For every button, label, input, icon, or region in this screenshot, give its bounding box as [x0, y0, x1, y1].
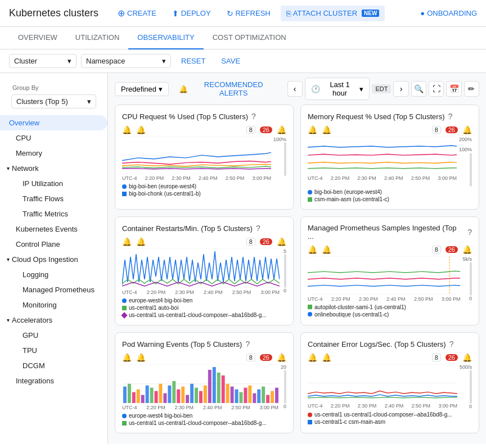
sidebar-section-network[interactable]: ▾ Network: [0, 161, 107, 176]
sidebar-section-accelerators[interactable]: ▾ Accelerators: [0, 313, 107, 328]
bell-icon: 🔔: [136, 125, 146, 134]
sidebar-item-ip-utilization[interactable]: IP Utilization: [0, 176, 107, 191]
svg-rect-20: [141, 395, 145, 404]
svg-rect-36: [213, 367, 216, 404]
clock-icon: 🕐: [311, 85, 320, 93]
chart-managed-prometheus: Managed Prometheus Samples Ingested (Top…: [300, 216, 479, 325]
time-range-button[interactable]: 🕐 Last 1 hour ▾: [305, 78, 370, 100]
svg-rect-18: [132, 392, 136, 404]
help-icon[interactable]: ?: [448, 112, 452, 121]
tab-cost-optimization[interactable]: COST OPTIMIZATION: [204, 27, 295, 49]
tabs-bar: OVERVIEW UTILIZATION OBSERVABILITY COST …: [0, 27, 486, 49]
edit-button[interactable]: ✏: [464, 81, 479, 97]
bell-icon: 🔔: [122, 237, 132, 246]
expand-button[interactable]: ⛶: [429, 81, 444, 97]
sidebar-item-overview[interactable]: Overview: [0, 115, 107, 130]
svg-rect-22: [150, 388, 154, 404]
svg-rect-45: [253, 393, 256, 404]
calendar-button[interactable]: 📅: [446, 81, 461, 97]
sidebar-item-memory[interactable]: Memory: [0, 146, 107, 161]
svg-rect-27: [172, 381, 176, 404]
chart-scrollbar[interactable]: [284, 254, 286, 288]
help-icon[interactable]: ?: [251, 112, 256, 121]
chart-scrollbar[interactable]: [470, 370, 472, 404]
help-icon[interactable]: ?: [245, 340, 250, 349]
sidebar-item-managed-prometheus[interactable]: Managed Prometheus: [0, 282, 107, 297]
sidebar-item-cpu[interactable]: CPU: [0, 130, 107, 146]
reset-button[interactable]: RESET: [176, 55, 211, 67]
sidebar-section-cloud-ops[interactable]: ▾ Cloud Ops Ingestion: [0, 252, 107, 267]
svg-rect-32: [195, 388, 198, 404]
cluster-select[interactable]: Cluster ▾: [9, 54, 76, 68]
svg-rect-47: [262, 387, 265, 404]
sidebar-item-dcgm[interactable]: DCGM: [0, 358, 107, 373]
chart-scrollbar[interactable]: [470, 153, 472, 187]
chart-svg: [308, 256, 460, 295]
help-icon[interactable]: ?: [467, 228, 472, 237]
bell-icon: 🔔: [277, 237, 286, 246]
chart-title-text: Memory Request % Used (Top 5 Clusters): [308, 112, 444, 121]
svg-rect-46: [257, 390, 260, 404]
prev-time-button[interactable]: ‹: [287, 81, 303, 97]
sidebar-item-logging[interactable]: Logging: [0, 267, 107, 282]
alert-markers: 🔔 🔔 8 26 🔔: [122, 353, 286, 362]
next-time-button[interactable]: ›: [393, 81, 408, 97]
deploy-button[interactable]: ⬆ DEPLOY: [166, 6, 217, 21]
namespace-select[interactable]: Namespace ▾: [81, 54, 171, 68]
legend-color: [122, 184, 127, 189]
alert-markers: 🔔 🔔 8 26 🔔: [122, 125, 286, 134]
group-by-select[interactable]: Clusters (Top 5) ▾: [11, 94, 96, 108]
refresh-button[interactable]: ↻ REFRESH: [221, 6, 276, 21]
attach-cluster-button[interactable]: ⎘ ATTACH CLUSTER NEW: [281, 6, 385, 21]
predefined-button[interactable]: Predefined ▾: [115, 82, 169, 96]
svg-rect-33: [199, 391, 202, 404]
chart-svg: [308, 137, 457, 174]
tab-overview[interactable]: OVERVIEW: [9, 27, 66, 49]
tab-utilization[interactable]: UTILIZATION: [66, 27, 128, 49]
sidebar-item-tpu[interactable]: TPU: [0, 343, 107, 358]
svg-rect-26: [168, 386, 171, 404]
bell-icon: 🔔: [277, 125, 286, 134]
help-icon[interactable]: ?: [449, 340, 454, 349]
tab-observability[interactable]: OBSERVABILITY: [128, 27, 203, 49]
chart-svg: [122, 248, 280, 288]
recommended-alerts-button[interactable]: 🔔 RECOMMENDED ALERTS: [173, 78, 283, 99]
chart-cpu-request: CPU Request % Used (Top 5 Clusters) ? 🔔 …: [115, 105, 294, 210]
zoom-button[interactable]: 🔍: [411, 81, 426, 97]
deploy-icon: ⬆: [172, 9, 179, 18]
sidebar-item-traffic-flows[interactable]: Traffic Flows: [0, 191, 107, 206]
sidebar-item-monitoring[interactable]: Monitoring: [0, 297, 107, 313]
sidebar-item-control-plane[interactable]: Control Plane: [0, 237, 107, 252]
alert-markers: 🔔 🔔 8 26 🔔: [308, 245, 472, 254]
sidebar-item-gpu[interactable]: GPU: [0, 328, 107, 343]
save-button[interactable]: SAVE: [215, 55, 246, 67]
chart-scrollbar[interactable]: [470, 262, 472, 296]
bell-icon: 🔔: [462, 125, 472, 134]
chart-svg: [122, 364, 278, 403]
svg-rect-44: [248, 386, 251, 404]
sidebar-item-integrations[interactable]: Integrations: [0, 373, 107, 388]
alert-count: 8: [246, 238, 255, 246]
new-badge: NEW: [362, 10, 379, 17]
svg-rect-35: [208, 370, 212, 404]
svg-rect-40: [231, 387, 234, 404]
legend-color: [308, 190, 312, 194]
sidebar-item-traffic-metrics[interactable]: Traffic Metrics: [0, 206, 107, 221]
help-icon[interactable]: ?: [256, 224, 260, 233]
chart-scrollbar[interactable]: [284, 370, 286, 404]
chart-scrollbar[interactable]: [284, 142, 286, 176]
group-by-label: Group By: [6, 82, 102, 92]
chart-legend: us-central1 us-central1-cloud-composer--…: [308, 411, 472, 425]
alert-count-red: 26: [446, 246, 458, 253]
legend-color: [122, 306, 127, 310]
create-button[interactable]: ⊕ CREATE: [112, 4, 162, 22]
alert-count: 8: [432, 354, 441, 361]
sidebar-item-kubernetes-events[interactable]: Kubernetes Events: [0, 221, 107, 237]
chart-pod-warning: Pod Warning Events (Top 5 Clusters) ? 🔔 …: [115, 332, 294, 433]
chart-legend: autopilot-cluster-sami-1 (us-central1) o…: [308, 304, 472, 318]
legend-color: [308, 305, 312, 309]
legend-color: [308, 197, 312, 202]
alert-count: 8: [246, 354, 255, 361]
onboarding-button[interactable]: ● ONBOARDING: [420, 9, 477, 17]
chevron-down-icon: ▾: [7, 317, 10, 323]
